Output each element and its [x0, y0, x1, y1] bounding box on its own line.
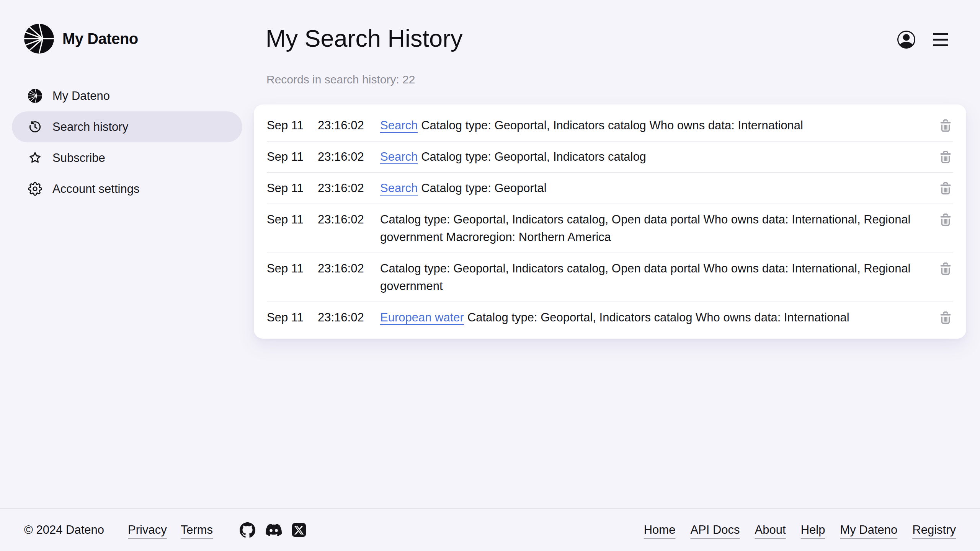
footer-left: © 2024 Dateno Privacy Terms [24, 522, 306, 538]
brand[interactable]: My Dateno [24, 24, 254, 54]
history-row: Sep 11 23:16:02 SearchCatalog type: Geop… [267, 142, 953, 172]
trash-icon [938, 212, 953, 228]
row-description: Catalog type: Geoportal, Indicators cata… [380, 260, 936, 295]
app-layout: My Dateno My Dateno Search history [0, 0, 980, 508]
delete-button[interactable] [936, 117, 953, 134]
row-description: SearchCatalog type: Geoportal, Indicator… [380, 148, 936, 166]
history-row: Sep 11 23:16:02 European waterCatalog ty… [267, 302, 953, 333]
sidebar-nav: My Dateno Search history [12, 80, 242, 204]
row-description: European waterCatalog type: Geoportal, I… [380, 309, 936, 326]
page-title: My Search History [266, 25, 966, 51]
delete-button[interactable] [936, 148, 953, 165]
registry-link[interactable]: Registry [912, 523, 956, 537]
history-icon [28, 120, 42, 134]
trash-icon [938, 180, 953, 197]
discord-icon [266, 522, 282, 538]
row-time: 23:16:02 [318, 211, 380, 228]
row-time: 23:16:02 [318, 117, 380, 134]
row-date: Sep 11 [267, 117, 318, 134]
row-date: Sep 11 [267, 211, 318, 228]
history-row: Sep 11 23:16:02 Catalog type: Geoportal,… [267, 204, 953, 253]
help-link[interactable]: Help [801, 523, 825, 537]
row-text: Catalog type: Geoportal, Indicators cata… [467, 311, 849, 324]
trash-icon [938, 149, 953, 165]
footer-nav: Home API Docs About Help My Dateno Regis… [644, 523, 956, 537]
search-link[interactable]: Search [380, 150, 418, 163]
trash-icon [938, 310, 953, 326]
row-time: 23:16:02 [318, 179, 380, 197]
sidebar-item-account-settings[interactable]: Account settings [12, 173, 242, 204]
row-description: Catalog type: Geoportal, Indicators cata… [380, 211, 936, 246]
x-link[interactable] [292, 523, 306, 537]
delete-button[interactable] [936, 179, 953, 197]
row-date: Sep 11 [267, 260, 318, 277]
records-count: Records in search history: 22 [266, 73, 966, 86]
github-icon [240, 522, 255, 538]
copyright: © 2024 Dateno [24, 523, 104, 537]
footer: © 2024 Dateno Privacy Terms Home [0, 508, 980, 551]
dateno-logo-icon [24, 24, 54, 54]
sidebar-item-my-dateno[interactable]: My Dateno [12, 80, 242, 111]
delete-button[interactable] [936, 211, 953, 228]
x-icon [292, 523, 306, 537]
search-history-card: Sep 11 23:16:02 SearchCatalog type: Geop… [254, 104, 966, 339]
delete-button[interactable] [936, 260, 953, 277]
terms-link[interactable]: Terms [181, 523, 213, 537]
profile-button[interactable] [897, 31, 915, 49]
sidebar: My Dateno My Dateno Search history [0, 0, 254, 508]
row-text: Catalog type: Geoportal, Indicators cata… [380, 213, 911, 244]
github-link[interactable] [240, 522, 255, 538]
discord-link[interactable] [266, 522, 282, 538]
brand-name: My Dateno [62, 30, 138, 47]
row-description: SearchCatalog type: Geoportal, Indicator… [380, 117, 936, 134]
trash-icon [938, 117, 953, 134]
sidebar-item-subscribe[interactable]: Subscribe [12, 142, 242, 173]
star-icon [28, 151, 42, 165]
main-content: My Search History Records in search hist… [254, 0, 980, 508]
history-row: Sep 11 23:16:02 Catalog type: Geoportal,… [267, 253, 953, 302]
gear-icon [28, 182, 42, 196]
social-links [240, 522, 306, 538]
sidebar-item-search-history[interactable]: Search history [12, 111, 242, 142]
person-circle-icon [897, 31, 915, 49]
sidebar-item-label: Search history [52, 120, 128, 134]
search-link[interactable]: Search [380, 181, 418, 195]
row-text: Catalog type: Geoportal, Indicators cata… [421, 150, 646, 163]
row-text: Catalog type: Geoportal [421, 181, 546, 195]
row-time: 23:16:02 [318, 148, 380, 166]
search-link[interactable]: European water [380, 311, 464, 324]
row-date: Sep 11 [267, 179, 318, 197]
sidebar-item-label: My Dateno [52, 89, 110, 103]
sidebar-item-label: Account settings [52, 182, 139, 196]
hamburger-bar [933, 33, 948, 35]
search-link[interactable]: Search [380, 119, 418, 132]
row-time: 23:16:02 [318, 260, 380, 277]
row-description: SearchCatalog type: Geoportal [380, 179, 936, 197]
trash-icon [938, 261, 953, 277]
hamburger-menu-button[interactable] [933, 33, 948, 46]
history-row: Sep 11 23:16:02 SearchCatalog type: Geop… [267, 173, 953, 204]
row-date: Sep 11 [267, 148, 318, 166]
home-link[interactable]: Home [644, 523, 676, 537]
history-row: Sep 11 23:16:02 SearchCatalog type: Geop… [267, 110, 953, 141]
hamburger-bar [933, 44, 948, 46]
topbar-actions [897, 31, 948, 49]
sidebar-item-label: Subscribe [52, 151, 105, 165]
row-time: 23:16:02 [318, 309, 380, 326]
row-text: Catalog type: Geoportal, Indicators cata… [380, 262, 911, 293]
about-link[interactable]: About [755, 523, 786, 537]
dateno-logo-icon [28, 89, 42, 103]
privacy-link[interactable]: Privacy [128, 523, 167, 537]
my-dateno-link[interactable]: My Dateno [840, 523, 897, 537]
row-date: Sep 11 [267, 309, 318, 326]
api-docs-link[interactable]: API Docs [690, 523, 740, 537]
delete-button[interactable] [936, 309, 953, 326]
hamburger-bar [933, 39, 948, 41]
row-text: Catalog type: Geoportal, Indicators cata… [421, 119, 803, 132]
